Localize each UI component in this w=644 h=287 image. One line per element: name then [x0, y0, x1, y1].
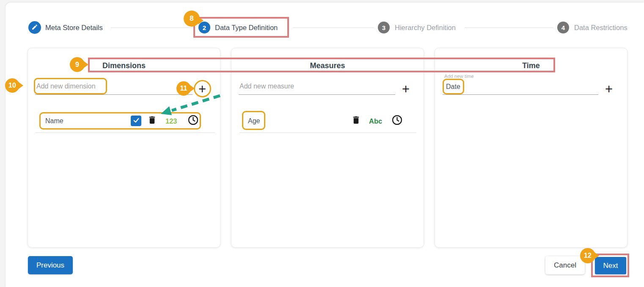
panel-title-dimensions: Dimensions: [28, 61, 220, 70]
trash-icon: [147, 115, 157, 127]
panel-title-time: Time: [435, 61, 627, 70]
panel-title-measures: Measures: [231, 61, 424, 70]
step-item-meta-store-details[interactable]: [28, 21, 41, 34]
cancel-button[interactable]: Cancel: [545, 256, 585, 274]
callout-badge-9: 9: [70, 57, 85, 72]
step-label-hierarchy-definition[interactable]: Hierarchy Definition: [395, 24, 456, 32]
panel-measures: Measures Add new measure + Age Abc: [231, 48, 424, 248]
previous-button-label: Previous: [36, 261, 64, 270]
clock-icon: [187, 114, 199, 127]
add-time-button[interactable]: +: [601, 81, 616, 97]
pencil-icon: [31, 24, 38, 32]
time-input-label: Add new time: [444, 74, 474, 79]
cancel-button-label: Cancel: [554, 261, 576, 270]
trash-icon: [351, 115, 361, 127]
next-button[interactable]: Next: [595, 257, 626, 274]
step-item-hierarchy-definition[interactable]: 3: [378, 22, 390, 33]
input-underline: [239, 94, 395, 95]
check-icon: [132, 116, 140, 126]
add-measure-button[interactable]: +: [398, 81, 413, 97]
previous-button[interactable]: Previous: [28, 256, 73, 274]
panel-time: Time Add new time Date +: [435, 48, 627, 248]
row-divider: [35, 132, 215, 133]
plus-icon: +: [605, 83, 613, 96]
plus-icon: +: [402, 83, 410, 96]
badge-number: 12: [584, 252, 592, 259]
add-dimension-input[interactable]: Add new dimension: [36, 83, 96, 90]
add-time-input[interactable]: Date: [446, 83, 460, 91]
add-dimension-button[interactable]: +: [195, 81, 210, 97]
next-button-label: Next: [603, 262, 618, 270]
callout-badge-11: 11: [176, 81, 191, 96]
step-label-meta-store-details[interactable]: Meta Store Details: [45, 24, 103, 32]
app-root: Meta Store Details 2 Data Type Definitio…: [0, 0, 644, 287]
badge-number: 9: [75, 61, 79, 69]
plus-icon: +: [198, 83, 206, 96]
step-label-data-restrictions[interactable]: Data Restrictions: [574, 24, 627, 32]
step-number: 4: [561, 24, 565, 31]
dimension-type-label[interactable]: 123: [165, 117, 177, 125]
callout-badge-12: 12: [580, 248, 595, 263]
measure-type-label[interactable]: Abc: [369, 117, 382, 125]
badge-number: 10: [8, 82, 16, 89]
clock-icon: [391, 114, 403, 127]
callout-badge-10: 10: [5, 78, 19, 93]
row-divider: [239, 132, 416, 133]
dimension-name-field[interactable]: Name: [45, 117, 63, 125]
input-underline: [443, 94, 598, 95]
add-measure-input[interactable]: Add new measure: [239, 83, 294, 90]
badge-number: 11: [180, 85, 187, 92]
measure-name-field[interactable]: Age: [248, 117, 260, 125]
step-connector: [111, 28, 194, 28]
input-underline: [35, 94, 193, 95]
dimension-checkbox[interactable]: [131, 116, 141, 126]
step-item-data-restrictions[interactable]: 4: [557, 22, 569, 33]
step-number: 3: [382, 24, 385, 31]
measure-time-button[interactable]: [391, 115, 402, 126]
step-label-data-type-definition[interactable]: Data Type Definition: [215, 24, 278, 32]
delete-dimension-button[interactable]: [146, 115, 157, 126]
badge-number: 8: [190, 14, 193, 23]
callout-badge-8: 8: [184, 11, 200, 27]
step-number: 2: [203, 24, 206, 31]
step-connector: [293, 28, 374, 28]
delete-measure-button[interactable]: [350, 115, 361, 126]
step-connector: [465, 28, 553, 28]
panel-dimensions: Dimensions Add new dimension + Name 123: [28, 48, 220, 248]
step-item-data-type-definition[interactable]: 2: [198, 22, 210, 33]
dimension-time-button[interactable]: [187, 115, 198, 126]
